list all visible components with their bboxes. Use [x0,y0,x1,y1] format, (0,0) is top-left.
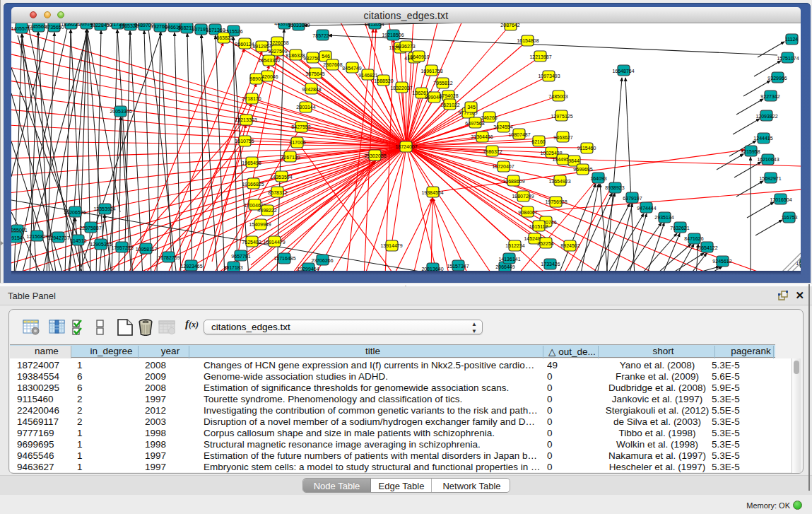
svg-text:16543362: 16543362 [258,58,280,63]
svg-text:8471626: 8471626 [684,236,703,241]
svg-text:17957223: 17957223 [111,245,133,250]
svg-text:1610755: 1610755 [235,139,254,144]
svg-text:12975125: 12975125 [551,114,572,119]
svg-text:1733426: 1733426 [541,262,560,267]
svg-text:9327509: 9327509 [268,49,287,54]
svg-text:13914479: 13914479 [380,243,402,248]
svg-text:7955812: 7955812 [433,81,452,86]
svg-text:8813054: 8813054 [365,23,384,27]
svg-text:9699695: 9699695 [573,167,592,172]
svg-text:20053346: 20053346 [110,109,131,114]
svg-text:10654122: 10654122 [695,245,717,250]
svg-text:19218506: 19218506 [382,33,404,37]
svg-text:39154: 39154 [11,235,23,240]
svg-text:16648764: 16648764 [612,69,634,74]
svg-text:9242848: 9242848 [302,87,321,92]
svg-text:18724007: 18724007 [395,144,417,149]
svg-text:3215958: 3215958 [741,149,760,154]
svg-text:3917183: 3917183 [223,265,242,270]
svg-text:2935134: 2935134 [654,215,673,220]
svg-text:7632621: 7632621 [670,226,689,230]
svg-text:746266: 746266 [481,115,497,120]
svg-text:8924502: 8924502 [560,243,579,248]
svg-text:8186328: 8186328 [286,53,305,58]
svg-text:2066449: 2066449 [495,264,514,269]
svg-text:10973493: 10973493 [538,74,560,78]
svg-text:3875645: 3875645 [305,71,324,76]
svg-text:8336273: 8336273 [396,44,415,49]
svg-text:3267130: 3267130 [281,155,300,160]
svg-text:9844: 9844 [568,158,579,163]
svg-text:1671368: 1671368 [206,28,225,33]
svg-text:15716485: 15716485 [273,256,295,261]
svg-text:8454749: 8454749 [342,66,361,71]
svg-text:12213303: 12213303 [235,117,257,122]
svg-text:8427552: 8427552 [291,124,310,129]
svg-text:18807249: 18807249 [512,194,534,199]
svg-text:19756928: 19756928 [545,199,567,204]
svg-text:16154808: 16154808 [517,38,539,43]
svg-text:10688609: 10688609 [502,179,524,184]
svg-text:15751074: 15751074 [777,56,799,61]
svg-text:14136141: 14136141 [498,257,520,262]
svg-text:16033809: 16033809 [288,23,310,28]
svg-text:16961758: 16961758 [420,69,442,74]
svg-text:16782759: 16782759 [158,255,180,260]
svg-text:15720407: 15720407 [492,164,514,169]
svg-text:25302035: 25302035 [364,153,386,158]
svg-text:17016504: 17016504 [770,197,792,202]
svg-text:9227342: 9227342 [760,94,779,99]
svg-text:8938923: 8938923 [605,185,624,190]
svg-text:7663822: 7663822 [213,35,233,40]
svg-text:16640910: 16640910 [407,54,429,59]
svg-text:546: 546 [322,54,330,59]
svg-text:1244415: 1244415 [753,136,772,141]
svg-text:1965498: 1965498 [242,160,261,165]
svg-text:2803144: 2803144 [296,105,315,110]
svg-text:18322037: 18322037 [390,86,412,90]
svg-text:417006: 417006 [289,140,305,145]
svg-text:345: 345 [467,105,476,110]
svg-text:7625402: 7625402 [242,240,261,245]
svg-text:19384554: 19384554 [421,190,443,195]
svg-text:10958117: 10958117 [136,247,158,252]
svg-text:164093: 164093 [590,176,606,181]
svg-text:14353594: 14353594 [270,175,292,180]
svg-text:2718170: 2718170 [242,96,261,101]
svg-text:20206576: 20206576 [64,210,86,215]
svg-text:1588520: 1588520 [374,78,393,83]
svg-text:9245612: 9245612 [712,259,731,264]
svg-text:3624554: 3624554 [493,124,512,129]
svg-text:7986372: 7986372 [483,149,502,154]
svg-text:6497568: 6497568 [465,121,484,126]
svg-text:7485003: 7485003 [548,94,567,99]
svg-text:6794028: 6794028 [439,93,458,98]
svg-text:9329966: 9329966 [767,76,787,81]
svg-text:12213987: 12213987 [529,54,551,59]
svg-text:12353924: 12353924 [93,206,115,211]
svg-text:9657791: 9657791 [231,254,250,259]
svg-text:9084067: 9084067 [518,210,537,215]
svg-text:2087642: 2087642 [500,23,519,28]
svg-text:15692971: 15692971 [759,176,781,181]
svg-text:15409949: 15409949 [249,222,271,227]
svg-text:62160: 62160 [531,139,546,144]
svg-text:12923465: 12923465 [180,264,202,269]
svg-text:4498222: 4498222 [257,208,276,213]
svg-text:12942737: 12942737 [47,235,69,240]
svg-text:8578312: 8578312 [268,190,287,195]
svg-text:19166825: 19166825 [242,182,264,187]
svg-text:23706266: 23706266 [311,258,333,263]
svg-text:2367608: 2367608 [323,62,342,67]
svg-text:16914479: 16914479 [263,240,285,245]
svg-text:15157347: 15157347 [447,264,469,269]
svg-text:7857224: 7857224 [312,33,331,38]
svg-text:11124: 11124 [785,37,799,42]
svg-text:1615112: 1615112 [529,224,548,229]
svg-text:21364436: 21364436 [471,134,493,139]
svg-text:12156829: 12156829 [26,234,48,239]
svg-text:98901: 98901 [249,76,264,81]
svg-text:1621022: 1621022 [440,103,459,107]
svg-text:12905315: 12905315 [90,242,112,247]
svg-text:10807487: 10807487 [508,132,530,137]
